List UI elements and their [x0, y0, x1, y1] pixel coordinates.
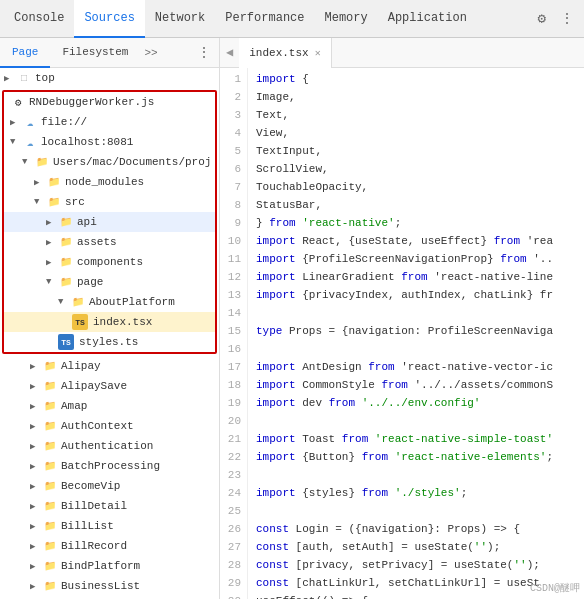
line-number: 17: [220, 358, 241, 376]
top-tab-bar: Console Sources Network Performance Memo…: [0, 0, 584, 38]
tree-item-authcontext[interactable]: ▶ 📁 AuthContext: [0, 416, 219, 436]
tree-item-src[interactable]: ▼ 📁 src: [4, 192, 215, 212]
tree-item-authentication[interactable]: ▶ 📁 Authentication: [0, 436, 219, 456]
folder-icon-components: 📁: [58, 254, 74, 270]
code-line: } from 'react-native';: [256, 214, 584, 232]
line-number: 14: [220, 304, 241, 322]
code-line: ScrollView,: [256, 160, 584, 178]
code-line: import dev from '../../env.config': [256, 394, 584, 412]
tree-item-page[interactable]: ▼ 📁 page: [4, 272, 215, 292]
folder-icon-becomevip: 📁: [42, 478, 58, 494]
tab-sources[interactable]: Sources: [74, 0, 144, 38]
folder-icon-api: 📁: [58, 214, 74, 230]
line-number: 22: [220, 448, 241, 466]
line-number: 18: [220, 376, 241, 394]
code-line: [256, 502, 584, 520]
collapsed-arrow: ▶: [10, 117, 22, 128]
sub-tab-more[interactable]: >>: [144, 47, 157, 59]
file-icon-ts: TS: [58, 334, 74, 350]
code-line: View,: [256, 124, 584, 142]
code-line: import AntDesign from 'react-native-vect…: [256, 358, 584, 376]
tree-item-businesslist[interactable]: ▶ 📁 BusinessList: [0, 576, 219, 596]
subtab-filesystem[interactable]: Filesystem: [50, 38, 140, 68]
code-line: import React, {useState, useEffect} from…: [256, 232, 584, 250]
code-line: Image,: [256, 88, 584, 106]
folder-icon-alipay: 📁: [42, 358, 58, 374]
folder-icon-src: 📁: [46, 194, 62, 210]
tree-item-alipay[interactable]: ▶ 📁 Alipay: [0, 356, 219, 376]
folder-icon-page: 📁: [58, 274, 74, 290]
tree-item-alipaysave[interactable]: ▶ 📁 AlipaySave: [0, 376, 219, 396]
tab-memory[interactable]: Memory: [314, 0, 377, 38]
subtab-page[interactable]: Page: [0, 38, 50, 68]
tree-item-localhost[interactable]: ▼ ☁ localhost:8081: [4, 132, 215, 152]
line-number: 25: [220, 502, 241, 520]
folder-icon-users: 📁: [34, 154, 50, 170]
code-line: import {Button} from 'react-native-eleme…: [256, 448, 584, 466]
folder-icon-billrecord: 📁: [42, 538, 58, 554]
tree-item-billrecord[interactable]: ▶ 📁 BillRecord: [0, 536, 219, 556]
line-number: 23: [220, 466, 241, 484]
line-number: 12: [220, 268, 241, 286]
code-line: Text,: [256, 106, 584, 124]
file-tree: ▶ □ top ⚙ RNDebuggerWorker.js ▶ ☁ f: [0, 68, 219, 599]
gear-icon: ⚙: [10, 94, 26, 110]
folder-icon-businesslist: 📁: [42, 578, 58, 594]
tree-item-assets[interactable]: ▶ 📁 assets: [4, 232, 215, 252]
code-line: [256, 466, 584, 484]
cloud-icon-localhost: ☁: [22, 134, 38, 150]
code-line: type Props = {navigation: ProfileScreenN…: [256, 322, 584, 340]
line-number: 27: [220, 538, 241, 556]
nav-back-btn[interactable]: ◀: [220, 45, 239, 60]
tab-close-btn[interactable]: ✕: [315, 47, 321, 59]
folder-icon-authentication: 📁: [42, 438, 58, 454]
editor-panel: ◀ index.tsx ✕ 12345678910111213141516171…: [220, 38, 584, 599]
folder-icon-amap: 📁: [42, 398, 58, 414]
tree-item-amap[interactable]: ▶ 📁 Amap: [0, 396, 219, 416]
editor-file-tab-index[interactable]: index.tsx ✕: [239, 38, 331, 68]
code-line: import {styles} from './styles';: [256, 484, 584, 502]
tab-performance[interactable]: Performance: [215, 0, 314, 38]
code-line: import CommonStyle from '../../assets/co…: [256, 376, 584, 394]
tree-item-aboutplatform[interactable]: ▼ 📁 AboutPlatform: [4, 292, 215, 312]
tree-item-file[interactable]: ▶ ☁ file://: [4, 112, 215, 132]
code-content[interactable]: import { Image, Text, View, TextInput, S…: [248, 68, 584, 599]
line-number: 8: [220, 196, 241, 214]
tree-item-bindplatform[interactable]: ▶ 📁 BindPlatform: [0, 556, 219, 576]
sub-tab-menu-icon[interactable]: ⋮: [189, 44, 219, 61]
line-number: 11: [220, 250, 241, 268]
editor-tab-bar: ◀ index.tsx ✕: [220, 38, 584, 68]
tree-item-rndebugger[interactable]: ⚙ RNDebuggerWorker.js: [4, 92, 215, 112]
tree-item-components[interactable]: ▶ 📁 components: [4, 252, 215, 272]
folder-icon-assets: 📁: [58, 234, 74, 250]
line-number: 1: [220, 70, 241, 88]
line-number: 13: [220, 286, 241, 304]
main-container: Page Filesystem >> ⋮ ▶ □ top: [0, 38, 584, 599]
code-line: import LinearGradient from 'react-native…: [256, 268, 584, 286]
folder-icon: □: [16, 70, 32, 86]
line-number: 5: [220, 142, 241, 160]
tree-item-api[interactable]: ▶ 📁 api: [4, 212, 215, 232]
tree-item-billdetail[interactable]: ▶ 📁 BillDetail: [0, 496, 219, 516]
code-area[interactable]: 1234567891011121314151617181920212223242…: [220, 68, 584, 599]
code-line: [256, 304, 584, 322]
tree-item-styles-ts[interactable]: TS styles.ts: [4, 332, 215, 352]
tab-application[interactable]: Application: [378, 0, 477, 38]
tree-item-index-tsx[interactable]: TS index.tsx: [4, 312, 215, 332]
tab-network[interactable]: Network: [145, 0, 215, 38]
tree-item-batchprocessing[interactable]: ▶ 📁 BatchProcessing: [0, 456, 219, 476]
tree-item-node-modules[interactable]: ▶ 📁 node_modules: [4, 172, 215, 192]
settings-icon[interactable]: ⚙: [530, 10, 554, 27]
more-options-icon[interactable]: ⋮: [554, 10, 580, 27]
tab-console[interactable]: Console: [4, 0, 74, 38]
line-number: 24: [220, 484, 241, 502]
tree-item-users[interactable]: ▼ 📁 Users/mac/Documents/proj: [4, 152, 215, 172]
code-line: import Toast from 'react-native-simple-t…: [256, 430, 584, 448]
tree-item-billlist[interactable]: ▶ 📁 BillList: [0, 516, 219, 536]
tree-item-becomevip[interactable]: ▶ 📁 BecomeVip: [0, 476, 219, 496]
line-number: 6: [220, 160, 241, 178]
code-line: TouchableOpacity,: [256, 178, 584, 196]
code-line: [256, 340, 584, 358]
highlighted-file-section: ⚙ RNDebuggerWorker.js ▶ ☁ file:// ▼ ☁ lo…: [2, 90, 217, 354]
tree-item-top[interactable]: ▶ □ top: [0, 68, 219, 88]
